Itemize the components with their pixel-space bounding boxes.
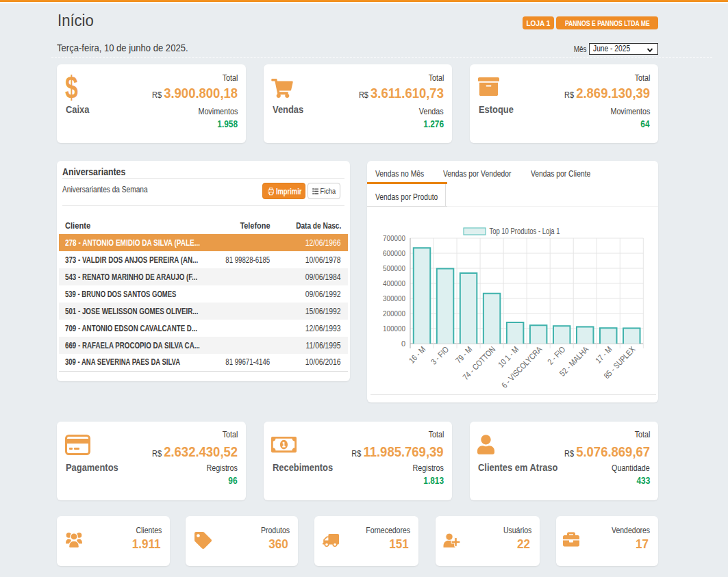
svg-text:400000: 400000	[383, 279, 405, 287]
svg-text:200000: 200000	[383, 309, 405, 318]
svg-text:600000: 600000	[383, 249, 405, 257]
svg-text:Top 10 Produtos - Loja 1: Top 10 Produtos - Loja 1	[490, 227, 560, 236]
svg-text:500000: 500000	[383, 264, 405, 272]
svg-text:300000: 300000	[383, 294, 405, 303]
svg-text:2 - FIO: 2 - FIO	[545, 344, 567, 366]
svg-text:100000: 100000	[383, 324, 405, 333]
svg-text:0: 0	[401, 339, 405, 348]
svg-text:700000: 700000	[383, 234, 405, 242]
svg-text:3 - FIO: 3 - FIO	[429, 344, 451, 366]
